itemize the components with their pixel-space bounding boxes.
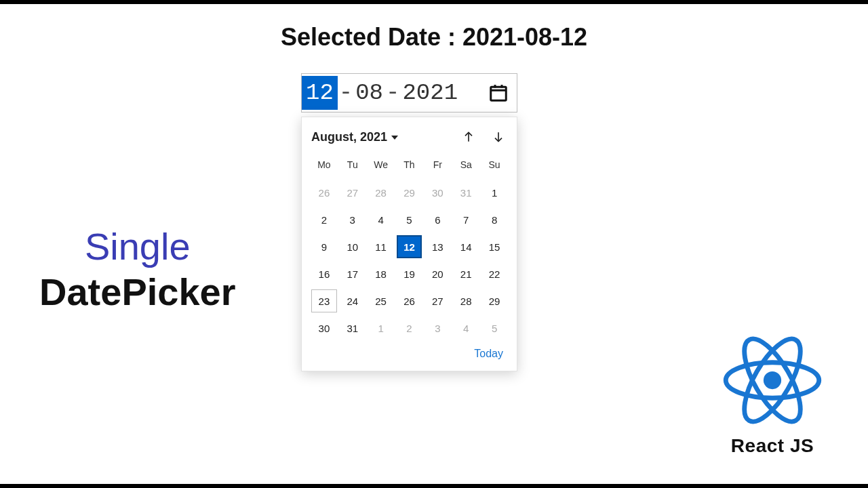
calendar-day[interactable]: 4 <box>368 208 394 231</box>
date-separator: - <box>384 80 401 106</box>
calendar-day[interactable]: 29 <box>397 181 422 204</box>
calendar-footer: Today <box>311 340 507 364</box>
calendar-day[interactable]: 19 <box>397 262 422 285</box>
calendar-day[interactable]: 31 <box>453 181 479 204</box>
date-input-year[interactable]: 2021 <box>401 76 459 110</box>
react-logo: React JS <box>715 329 830 457</box>
calendar-day[interactable]: 30 <box>311 317 337 340</box>
weekday-header: Mo <box>311 155 337 177</box>
title-line-2: DatePicker <box>39 269 236 314</box>
calendar-day[interactable]: 10 <box>340 235 366 258</box>
calendar-day[interactable]: 3 <box>340 208 366 231</box>
calendar-day[interactable]: 5 <box>481 317 507 340</box>
month-year-label: August, 2021 <box>311 130 387 144</box>
calendar-day[interactable]: 1 <box>368 317 394 340</box>
calendar-day[interactable]: 28 <box>368 181 394 204</box>
calendar-day[interactable]: 8 <box>481 208 507 231</box>
calendar-day[interactable]: 30 <box>425 181 450 204</box>
date-input[interactable]: 12 - 08 - 2021 <box>301 73 517 113</box>
title-line-1: Single <box>39 224 236 269</box>
calendar-day[interactable]: 27 <box>340 181 366 204</box>
calendar-popup: August, 2021 MoTuWeThFrSaSu2627282930311… <box>301 117 517 371</box>
weekday-header: Sa <box>453 155 479 177</box>
calendar-day[interactable]: 2 <box>397 317 422 340</box>
calendar-day[interactable]: 16 <box>311 262 337 285</box>
calendar-day[interactable]: 1 <box>481 181 507 204</box>
calendar-day[interactable]: 24 <box>340 289 366 312</box>
calendar-day[interactable]: 11 <box>368 235 394 258</box>
calendar-day[interactable]: 31 <box>340 317 366 340</box>
calendar-day[interactable]: 12 <box>397 235 422 258</box>
calendar-day[interactable]: 27 <box>425 289 450 312</box>
calendar-day[interactable]: 3 <box>425 317 450 340</box>
date-input-month[interactable]: 08 <box>354 76 384 110</box>
react-logo-caption: React JS <box>715 435 830 457</box>
calendar-day[interactable]: 4 <box>453 317 479 340</box>
calendar-icon[interactable] <box>487 81 510 104</box>
calendar-header: August, 2021 <box>311 128 507 146</box>
weekday-header: Tu <box>340 155 366 177</box>
svg-point-6 <box>764 371 781 389</box>
weekday-header: Su <box>481 155 507 177</box>
calendar-day[interactable]: 21 <box>453 262 479 285</box>
date-separator: - <box>338 80 354 106</box>
calendar-day[interactable]: 9 <box>311 235 337 258</box>
calendar-day[interactable]: 29 <box>481 289 507 312</box>
top-border <box>0 0 868 4</box>
next-month-button[interactable] <box>490 128 507 146</box>
calendar-day[interactable]: 22 <box>481 262 507 285</box>
calendar-day[interactable]: 17 <box>340 262 366 285</box>
calendar-day[interactable]: 26 <box>397 289 422 312</box>
calendar-day[interactable]: 15 <box>481 235 507 258</box>
calendar-day[interactable]: 7 <box>453 208 479 231</box>
weekday-header: We <box>368 155 394 177</box>
weekday-header: Fr <box>425 155 450 177</box>
calendar-day[interactable]: 26 <box>311 181 337 204</box>
calendar-day[interactable]: 18 <box>368 262 394 285</box>
calendar-grid: MoTuWeThFrSaSu26272829303112345678910111… <box>311 155 507 340</box>
bottom-border <box>0 484 868 488</box>
selected-date-heading: Selected Date : 2021-08-12 <box>0 23 868 52</box>
calendar-day[interactable]: 28 <box>453 289 479 312</box>
calendar-day[interactable]: 20 <box>425 262 450 285</box>
today-link[interactable]: Today <box>474 348 503 359</box>
weekday-header: Th <box>397 155 422 177</box>
calendar-day[interactable]: 23 <box>311 289 337 312</box>
calendar-day[interactable]: 14 <box>453 235 479 258</box>
month-year-selector[interactable]: August, 2021 <box>311 130 398 144</box>
calendar-day[interactable]: 5 <box>397 208 422 231</box>
calendar-day[interactable]: 13 <box>425 235 450 258</box>
calendar-day[interactable]: 6 <box>425 208 450 231</box>
chevron-down-icon <box>391 136 398 140</box>
calendar-day[interactable]: 2 <box>311 208 337 231</box>
prev-month-button[interactable] <box>460 128 477 146</box>
svg-rect-0 <box>491 87 507 100</box>
title-label: Single DatePicker <box>39 224 236 314</box>
calendar-day[interactable]: 25 <box>368 289 394 312</box>
date-input-day[interactable]: 12 <box>302 76 338 110</box>
calendar-nav <box>460 128 507 146</box>
